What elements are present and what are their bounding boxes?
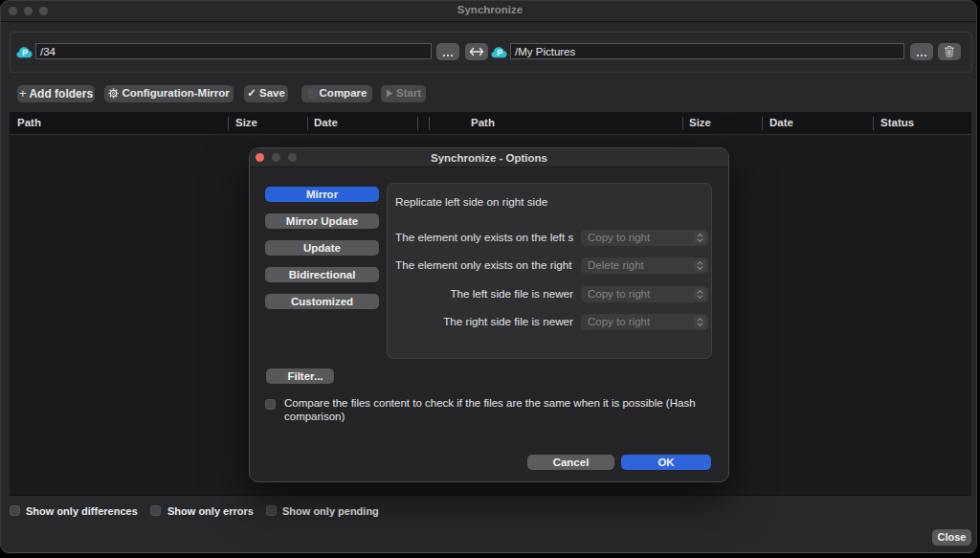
svg-text:P: P xyxy=(497,48,502,57)
svg-text:P: P xyxy=(22,48,28,57)
